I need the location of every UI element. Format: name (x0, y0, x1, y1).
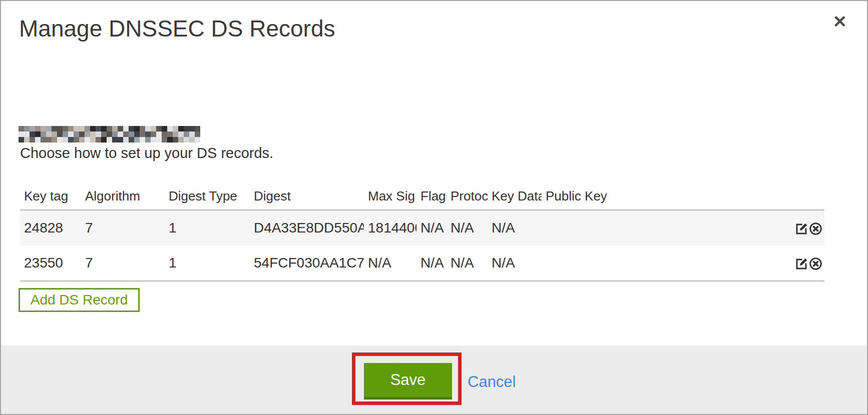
col-header-key-tag: Key tag (20, 187, 81, 210)
cell-public-key (542, 210, 612, 246)
add-ds-record-button[interactable]: Add DS Record (19, 288, 140, 312)
table-row: 24828 7 1 D4A33E8DD550A9... 1814400 N/A … (20, 210, 824, 246)
col-header-max-sig-life: Max Sig Life (364, 187, 416, 210)
cell-digest-type: 1 (165, 246, 250, 281)
ds-records-table-wrap: Key tag Algorithm Digest Type Digest Max… (20, 187, 824, 282)
save-button[interactable]: Save (364, 363, 452, 400)
cell-protocol: N/A (447, 246, 488, 281)
col-header-flags: Flags (416, 187, 447, 210)
table-row: 23550 7 1 54FCF030AA1C79... N/A N/A N/A … (20, 246, 824, 281)
cell-max-sig-life: N/A (364, 246, 416, 281)
delete-icon[interactable] (809, 222, 822, 236)
edit-icon[interactable] (795, 222, 808, 236)
cell-actions (612, 246, 824, 281)
cell-key-tag: 24828 (20, 210, 81, 246)
cell-actions (612, 210, 824, 246)
col-header-key-data-alg: Key Data Alg (488, 187, 542, 210)
cell-digest: 54FCF030AA1C79... (250, 246, 364, 281)
table-header-row: Key tag Algorithm Digest Type Digest Max… (20, 187, 824, 210)
col-header-protocol: Protocol (447, 187, 488, 210)
col-header-digest-type: Digest Type (165, 187, 250, 210)
cell-digest: D4A33E8DD550A9... (250, 210, 364, 246)
col-header-actions (612, 187, 824, 210)
cell-protocol: N/A (447, 210, 488, 246)
col-header-digest: Digest (250, 187, 364, 210)
edit-icon[interactable] (795, 257, 808, 270)
dialog-subtitle: Choose how to set up your DS records. (20, 145, 273, 162)
cell-max-sig-life: 1814400 (364, 210, 416, 246)
cell-flags: N/A (416, 246, 447, 281)
delete-icon[interactable] (809, 257, 822, 270)
dialog-title: Manage DNSSEC DS Records (19, 15, 335, 42)
ds-records-table: Key tag Algorithm Digest Type Digest Max… (20, 187, 824, 282)
cell-digest-type: 1 (165, 210, 250, 246)
cell-public-key (542, 246, 612, 281)
cell-algorithm: 7 (81, 210, 165, 246)
cancel-link[interactable]: Cancel (468, 373, 516, 391)
cell-key-data-alg: N/A (488, 246, 542, 281)
cell-algorithm: 7 (81, 246, 165, 281)
col-header-public-key: Public Key (542, 187, 612, 210)
close-button[interactable]: ✕ (833, 13, 847, 30)
cell-key-data-alg: N/A (488, 210, 542, 246)
cell-flags: N/A (416, 210, 447, 246)
manage-dnssec-dialog: Manage DNSSEC DS Records ✕ Choose how to… (0, 0, 868, 415)
col-header-algorithm: Algorithm (81, 187, 165, 210)
cell-key-tag: 23550 (20, 246, 81, 281)
redacted-domain (19, 126, 200, 142)
